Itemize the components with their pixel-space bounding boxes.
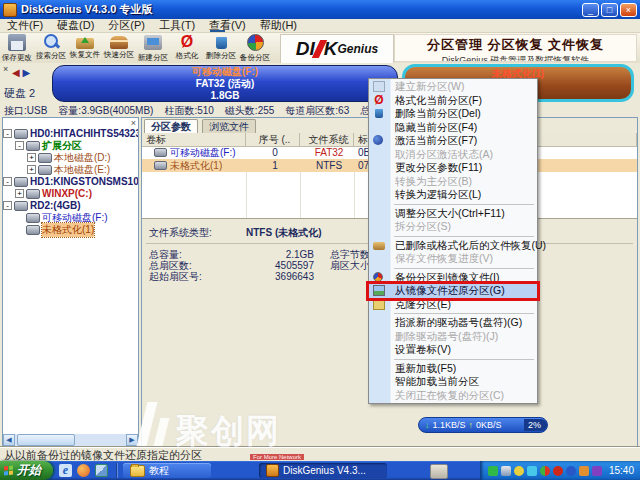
prev-disk-arrow[interactable]: ◀: [12, 67, 20, 78]
tree-horizontal-scrollbar[interactable]: ◀ ▶: [3, 434, 138, 446]
taskbar-item-tutorial-folder[interactable]: 教程: [123, 463, 211, 478]
tree-item-local-disk-e[interactable]: + 本地磁盘(E:): [27, 164, 138, 175]
tree-item-hd0[interactable]: - HD0:HITACHIHTS543232ATA(2: [3, 128, 138, 139]
tray-icon[interactable]: [579, 466, 589, 476]
format-button[interactable]: Ø 格式化: [170, 33, 204, 63]
tray-icon[interactable]: [527, 466, 537, 476]
menu-tools[interactable]: 工具(T): [152, 18, 202, 33]
show-desktop-icon[interactable]: [95, 464, 108, 477]
menu-item-cancel-partition-active[interactable]: 取消分区激活状态(A): [369, 148, 537, 162]
menu-item-delete-current-partition[interactable]: 删除当前分区(Del): [369, 107, 537, 121]
tray-icon[interactable]: [501, 466, 511, 476]
start-button[interactable]: 开始: [0, 461, 53, 480]
menu-item-clone-partition[interactable]: 克隆分区(E): [369, 298, 537, 312]
tree-item-unformatted[interactable]: 未格式化(1): [15, 224, 138, 235]
menu-partition[interactable]: 分区(P): [101, 18, 152, 33]
delete-partition-button[interactable]: 删除分区: [204, 33, 238, 63]
menu-item-assign-drive-letter[interactable]: 指派新的驱动器号(盘符)(G): [369, 316, 537, 330]
menu-item-change-partition-params[interactable]: 更改分区参数(F11): [369, 161, 537, 175]
expand-icon[interactable]: +: [15, 189, 24, 198]
restore-image-icon: [373, 285, 385, 296]
new-partition-icon: [144, 35, 162, 50]
media-player-icon[interactable]: [77, 464, 90, 477]
drive-icon: [26, 189, 40, 199]
panel-close-icon[interactable]: ×: [3, 64, 8, 74]
tree-item-hd1[interactable]: - HD1:KINGSTONSMS100S264G(6: [3, 176, 138, 187]
scrollbar-thumb[interactable]: [17, 434, 75, 446]
status-bar: 从以前备份过的镜像文件还原指定的分区: [0, 447, 640, 461]
partition-context-menu: 建立新分区(W) Ø 格式化当前分区(F) 删除当前分区(Del) 隐藏当前分区…: [368, 78, 538, 404]
menu-item-set-volume-label[interactable]: 设置卷标(V): [369, 343, 537, 357]
search-icon: [42, 33, 60, 50]
tray-icon[interactable]: [488, 466, 498, 476]
next-disk-arrow[interactable]: ▶: [22, 67, 30, 78]
disk-icon: [14, 177, 28, 187]
menu-item-backup-partition-to-image[interactable]: 备份分区到镜像文件(I): [369, 271, 537, 285]
tree-item-rd2[interactable]: - RD2:(4GB): [3, 200, 138, 211]
trash-icon: [375, 109, 383, 118]
expand-icon[interactable]: +: [27, 153, 36, 162]
menu-item-activate-current-partition[interactable]: 激活当前分区(F7): [369, 134, 537, 148]
menu-help[interactable]: 帮助(H): [253, 18, 304, 33]
language-bar[interactable]: [430, 464, 448, 479]
tray-icon[interactable]: [514, 466, 524, 476]
collapse-icon[interactable]: -: [3, 129, 12, 138]
tree-close-icon[interactable]: ×: [131, 118, 136, 128]
menu-item-create-new-partition[interactable]: 建立新分区(W): [369, 80, 537, 94]
diskgenius-logo: DI K Genius: [280, 34, 394, 64]
scroll-right-arrow[interactable]: ▶: [126, 434, 138, 446]
tree-item-extended-partition[interactable]: - 扩展分区: [15, 140, 138, 151]
menu-item-remove-drive-letter[interactable]: 删除驱动器号(盘符)(J): [369, 330, 537, 344]
windows-flag-icon: [4, 465, 14, 476]
menu-item-restore-partition-from-image[interactable]: 从镜像文件还原分区(G): [369, 284, 537, 298]
menu-item-recover-deleted-files[interactable]: 已删除或格式化后的文件恢复(U): [369, 239, 537, 253]
save-changes-button[interactable]: 保存更改: [0, 33, 34, 63]
close-button[interactable]: ×: [620, 3, 637, 17]
tree-item-winxp-c[interactable]: + WINXP(C:): [15, 188, 138, 199]
search-partition-button[interactable]: 搜索分区: [34, 33, 68, 63]
menu-item-hide-current-partition[interactable]: 隐藏当前分区(F4): [369, 121, 537, 135]
tab-partition-params[interactable]: 分区参数: [144, 119, 198, 134]
disk-icon: [14, 201, 28, 211]
expand-icon[interactable]: +: [27, 165, 36, 174]
tray-icon[interactable]: [540, 466, 550, 476]
menu-item-convert-to-logical[interactable]: 转换为逻辑分区(L): [369, 188, 537, 202]
backup-partition-button[interactable]: 备份分区: [238, 33, 272, 63]
taskbar-divider: [116, 463, 117, 478]
upload-icon: ↑: [469, 420, 474, 430]
collapse-icon[interactable]: -: [3, 177, 12, 186]
tray-icon[interactable]: [592, 466, 602, 476]
menu-file[interactable]: 文件(F): [0, 18, 50, 33]
menu-item-resize-partition[interactable]: 调整分区大小(Ctrl+F11): [369, 207, 537, 221]
save-icon: [8, 34, 26, 51]
tray-icon[interactable]: [566, 466, 576, 476]
menu-item-format-current-partition[interactable]: Ø 格式化当前分区(F): [369, 94, 537, 108]
tree-item-removable-f[interactable]: 可移动磁盘(F:): [15, 212, 138, 223]
menu-item-reload[interactable]: 重新加载(F5): [369, 362, 537, 376]
tab-browse-files[interactable]: 浏览文件: [202, 119, 256, 134]
minimize-button[interactable]: _: [582, 3, 599, 17]
trash-icon: [216, 37, 227, 49]
tree-item-local-disk-d[interactable]: + 本地磁盘(D:): [27, 152, 138, 163]
ie-icon[interactable]: e: [59, 464, 72, 477]
scroll-left-arrow[interactable]: ◀: [3, 434, 15, 446]
diskgenius-icon: [266, 464, 279, 477]
menu-disk[interactable]: 硬盘(D): [50, 18, 101, 33]
menu-item-close-recovering-partition[interactable]: 关闭正在恢复的分区(C): [369, 389, 537, 403]
quick-partition-button[interactable]: 快速分区: [102, 33, 136, 63]
menu-item-convert-to-primary[interactable]: 转换为主分区(B): [369, 175, 537, 189]
collapse-icon[interactable]: -: [3, 201, 12, 210]
menu-item-split-partition[interactable]: 拆分分区(S): [369, 220, 537, 234]
taskbar-item-diskgenius[interactable]: DiskGenius V4.3...: [259, 463, 387, 478]
collapse-icon[interactable]: -: [15, 141, 24, 150]
tray-icon[interactable]: [553, 466, 563, 476]
partition-block-removable[interactable]: 可移动磁盘(F:) FAT32 (活动) 1.8GB: [52, 65, 398, 102]
disk-icon: [14, 129, 28, 139]
activate-icon: [373, 135, 383, 145]
folder-icon: [130, 465, 145, 477]
new-partition-button[interactable]: 新建分区: [136, 33, 170, 63]
menu-item-smart-load-current-partition[interactable]: 智能加载当前分区: [369, 375, 537, 389]
restore-button[interactable]: □: [601, 3, 618, 17]
recover-files-button[interactable]: 恢复文件: [68, 33, 102, 63]
menu-item-save-recovery-progress[interactable]: 保存文件恢复进度(V): [369, 252, 537, 266]
